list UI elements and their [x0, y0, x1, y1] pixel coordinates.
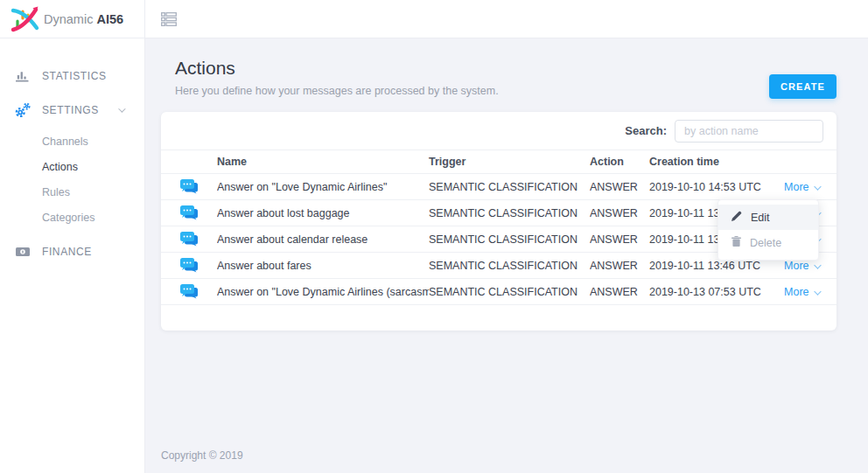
table-row: Answer on "Love Dynamic Airlines (sarcas… [161, 279, 836, 305]
brand-logo-icon [9, 3, 40, 36]
row-name: Answer about calendar release [217, 233, 429, 246]
search-bar: Search: [161, 112, 836, 150]
collapse-menu-button[interactable] [161, 12, 177, 26]
row-trigger: SEMANTIC CLASSIFICATION [429, 233, 590, 246]
gears-icon [14, 101, 32, 119]
chat-bubbles-icon [179, 231, 217, 247]
chat-bubbles-icon [179, 205, 217, 221]
dropdown-item-edit[interactable]: Edit [718, 205, 818, 230]
more-button[interactable]: More [784, 286, 819, 298]
chat-bubbles-icon [179, 257, 217, 274]
sidebar-nav: STATISTICS SETTINGS Channels Actions Rul… [0, 64, 144, 264]
sidebar-item-statistics[interactable]: STATISTICS [0, 64, 144, 88]
column-header-action: Action [590, 156, 649, 168]
sidebar-item-rules[interactable]: Rules [0, 179, 144, 205]
bar-chart-icon [14, 67, 32, 85]
settings-subnav: Channels Actions Rules Categories [0, 129, 144, 230]
topbar [145, 0, 868, 38]
chevron-down-icon [814, 288, 821, 295]
table-header: Name Trigger Action Creation time [161, 150, 836, 174]
brand-name: Dynamic [44, 12, 93, 26]
table-row: Answer on "Love Dynamic Airlines" SEMANT… [161, 174, 836, 200]
sidebar: Dynamic AI56 STATISTICS [0, 0, 145, 473]
brand-logo[interactable]: Dynamic AI56 [0, 0, 144, 38]
sidebar-item-channels[interactable]: Channels [0, 129, 144, 154]
row-name: Answer on "Love Dynamic Airlines" [217, 181, 429, 193]
chat-bubbles-icon [179, 178, 217, 195]
page-header: Actions Here you define how your message… [161, 58, 836, 97]
banknote-icon [14, 243, 32, 261]
row-trigger: SEMANTIC CLASSIFICATION [429, 260, 590, 272]
brand-suffix: AI56 [96, 12, 123, 26]
row-name: Answer about lost baggage [217, 207, 429, 219]
row-action: ANSWER [590, 286, 649, 298]
column-header-creation-time: Creation time [649, 156, 761, 168]
sidebar-item-settings[interactable]: SETTINGS [0, 98, 144, 122]
sidebar-item-finance[interactable]: FINANCE [0, 240, 144, 264]
more-button[interactable]: More [784, 260, 819, 272]
sidebar-label-settings: SETTINGS [42, 104, 99, 116]
search-label: Search: [625, 124, 667, 137]
row-name: Answer about fares [217, 260, 429, 272]
chevron-down-icon [814, 183, 821, 190]
search-input[interactable] [675, 120, 823, 143]
chevron-down-icon [814, 261, 821, 268]
row-action: ANSWER [590, 233, 649, 246]
page-title: Actions [175, 58, 836, 79]
column-header-trigger: Trigger [429, 156, 590, 168]
column-header-name: Name [217, 156, 429, 168]
row-trigger: SEMANTIC CLASSIFICATION [429, 286, 590, 298]
row-creation-time: 2019-10-10 14:53 UTC [649, 181, 761, 193]
sidebar-item-categories[interactable]: Categories [0, 205, 144, 230]
pencil-icon [732, 211, 742, 224]
actions-card: Search: Name Trigger Action Creation tim… [161, 112, 836, 330]
row-trigger: SEMANTIC CLASSIFICATION [429, 207, 590, 219]
chat-bubbles-icon [179, 283, 217, 300]
row-creation-time: 2019-10-13 07:53 UTC [649, 286, 761, 298]
dropdown-item-delete[interactable]: Delete [718, 230, 818, 255]
copyright-text: Copyright © 2019 [161, 449, 243, 462]
create-button[interactable]: CREATE [769, 74, 836, 99]
sidebar-item-actions[interactable]: Actions [0, 154, 144, 179]
sidebar-label-finance: FINANCE [42, 246, 92, 258]
chevron-down-icon [118, 105, 125, 112]
more-dropdown-menu: Edit Delete [718, 199, 819, 261]
row-action: ANSWER [590, 260, 649, 272]
trash-icon [732, 236, 741, 249]
row-action: ANSWER [590, 181, 649, 193]
row-trigger: SEMANTIC CLASSIFICATION [429, 181, 590, 193]
row-creation-time: 2019-10-11 13:46 UTC [649, 260, 761, 272]
sidebar-label-statistics: STATISTICS [42, 70, 107, 82]
main-content: Actions Here you define how your message… [145, 38, 868, 473]
page-subtitle: Here you define how your messages are pr… [175, 85, 836, 97]
row-action: ANSWER [590, 207, 649, 219]
row-name: Answer on "Love Dynamic Airlines (sarcas… [217, 286, 429, 298]
more-button[interactable]: More [784, 181, 819, 193]
